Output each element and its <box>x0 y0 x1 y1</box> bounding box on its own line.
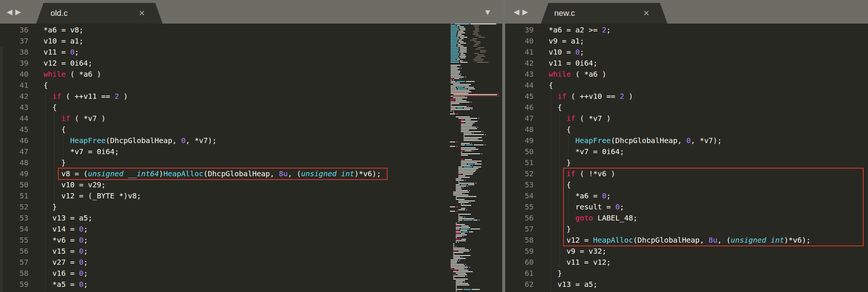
code-line[interactable]: 43 { <box>0 102 502 113</box>
line-number: 41 <box>0 80 28 91</box>
code-line[interactable]: 41{ <box>0 80 502 91</box>
code-text: } <box>549 157 571 168</box>
code-line[interactable]: 46 { <box>505 102 868 113</box>
line-number: 36 <box>0 24 28 35</box>
code-text: HeapFree(DhcpGlobalHeap, 0, *v7); <box>44 135 217 146</box>
tab-overflow-icon[interactable]: ▼ <box>485 8 490 16</box>
tab-next-icon[interactable]: ▶ <box>522 7 528 16</box>
code-text: if ( ++v10 == 2 ) <box>549 91 633 102</box>
line-number: 48 <box>0 157 28 168</box>
line-number: 49 <box>0 168 28 179</box>
code-line[interactable]: 39*a6 = a2 >= 2; <box>505 24 868 35</box>
code-line[interactable]: 55 *v6 = 0; <box>0 234 502 246</box>
pane-new: ◀ ▶ new.c ✕ 39*a6 = a2 >= 2;40v9 = a1;41… <box>505 0 868 292</box>
code-text: v16 = 0; <box>44 268 88 279</box>
tab-old-c[interactable]: old.c ✕ <box>36 3 163 24</box>
code-line[interactable]: 51 v12 = (_BYTE *)v8; <box>0 190 502 201</box>
code-text: v11 = v12; <box>549 257 611 268</box>
code-line[interactable]: 61 } <box>505 268 868 279</box>
close-icon[interactable]: ✕ <box>139 9 145 18</box>
code-line[interactable]: 38v11 = 0; <box>0 46 502 58</box>
line-number: 37 <box>0 35 28 46</box>
line-number: 47 <box>505 113 534 124</box>
indent-guide <box>559 113 560 268</box>
line-number: 54 <box>505 190 534 201</box>
code-line[interactable]: 45 { <box>0 124 502 135</box>
editor-new[interactable]: 39*a6 = a2 >= 2;40v9 = a1;41v10 = 0;42v1… <box>505 24 868 292</box>
code-text: v15 = 0; <box>44 246 88 257</box>
code-text: if ( *v7 ) <box>549 113 611 124</box>
code-text: *v6 = 0; <box>44 234 88 246</box>
code-line[interactable]: 37v10 = a1; <box>0 35 502 46</box>
tab-new-c[interactable]: new.c ✕ <box>541 3 667 24</box>
code-line[interactable]: 60 if ( v8 ) <box>0 290 502 292</box>
code-text: HeapFree(DhcpGlobalHeap, 0, *v7); <box>549 135 722 146</box>
line-number: 58 <box>505 234 534 246</box>
line-number: 56 <box>505 212 534 223</box>
line-number: 42 <box>505 58 534 69</box>
code-line[interactable]: 46 HeapFree(DhcpGlobalHeap, 0, *v7); <box>0 135 502 146</box>
line-number: 52 <box>505 168 534 179</box>
code-line[interactable]: 50 v10 = v29; <box>0 179 502 190</box>
line-number: 59 <box>0 279 28 290</box>
pane-old: ◀ ▶ old.c ✕ ▼ 36*a6 = v8;37v10 = a1;38v1… <box>0 0 502 292</box>
line-number: 57 <box>505 223 534 234</box>
code-line[interactable]: 44 if ( *v7 ) <box>0 113 502 124</box>
code-line[interactable]: 42 if ( ++v11 == 2 ) <box>0 91 502 102</box>
code-line[interactable]: 57 v27 = 0; <box>0 257 502 268</box>
code-line[interactable]: 48 } <box>0 157 502 168</box>
code-line[interactable]: 59 *a5 = 0; <box>0 279 502 290</box>
code-line[interactable]: 41v10 = 0; <box>505 46 868 58</box>
code-text: if ( *v7 ) <box>44 113 106 124</box>
indent-guide <box>568 135 569 157</box>
code-line[interactable]: 45 if ( ++v10 == 2 ) <box>505 91 868 102</box>
line-number: 49 <box>505 135 534 146</box>
line-number: 55 <box>505 201 534 212</box>
tab-label: old.c <box>51 8 67 18</box>
code-line[interactable]: 40while ( *a6 ) <box>0 69 502 80</box>
line-number: 44 <box>0 113 28 124</box>
line-number: 42 <box>0 91 28 102</box>
minimap[interactable] <box>449 24 502 292</box>
code-text: *a6 = v8; <box>44 24 83 35</box>
code-line[interactable]: 62 v13 = a5; <box>505 279 868 290</box>
code-line[interactable]: 43while ( *a6 ) <box>505 69 868 80</box>
close-icon[interactable]: ✕ <box>643 9 650 18</box>
code-line[interactable]: 47 *v7 = 0i64; <box>0 146 502 157</box>
code-line[interactable]: 53 v13 = a5; <box>0 212 502 223</box>
line-number: 61 <box>505 268 534 279</box>
code-line[interactable]: 36*a6 = v8; <box>0 24 502 35</box>
code-text: v12 = (_BYTE *)v8; <box>44 190 141 201</box>
tab-prev-icon[interactable]: ◀ <box>514 7 519 16</box>
line-number: 45 <box>0 124 28 135</box>
code-text: *v7 = 0i64; <box>44 146 119 157</box>
code-line[interactable]: 54 v14 = 0; <box>0 223 502 234</box>
code-text: v9 = a1; <box>549 35 584 46</box>
code-line[interactable]: 39v12 = 0i64; <box>0 58 502 69</box>
tabbar-left: ◀ ▶ old.c ✕ ▼ <box>0 0 502 24</box>
code-line[interactable]: 42v11 = 0i64; <box>505 58 868 69</box>
code-text: v13 = a5; <box>44 212 92 223</box>
line-number: 51 <box>0 190 28 201</box>
code-line[interactable]: 56 v15 = 0; <box>0 246 502 257</box>
line-number: 54 <box>0 223 28 234</box>
code-text: *a5 = 0; <box>44 279 88 290</box>
code-line[interactable]: 44{ <box>505 80 868 91</box>
code-line[interactable]: 40v9 = a1; <box>505 35 868 46</box>
tab-label: new.c <box>554 8 575 18</box>
editor-old[interactable]: 36*a6 = v8;37v10 = a1;38v11 = 0;39v12 = … <box>0 24 502 292</box>
diff-highlight-box <box>58 168 388 180</box>
diff-highlight-box <box>563 168 864 246</box>
tabbar-right: ◀ ▶ new.c ✕ <box>505 0 868 24</box>
pane-divider[interactable] <box>502 0 505 292</box>
tab-next-icon[interactable]: ▶ <box>15 7 21 16</box>
code-text: { <box>44 124 66 135</box>
code-line[interactable]: 58 v16 = 0; <box>0 268 502 279</box>
line-number: 55 <box>0 234 28 246</box>
line-number: 57 <box>0 257 28 268</box>
code-line[interactable]: 52 } <box>0 201 502 212</box>
line-number: 43 <box>0 102 28 113</box>
indent-guide <box>63 135 63 168</box>
line-number: 59 <box>505 246 534 257</box>
tab-prev-icon[interactable]: ◀ <box>7 7 12 16</box>
